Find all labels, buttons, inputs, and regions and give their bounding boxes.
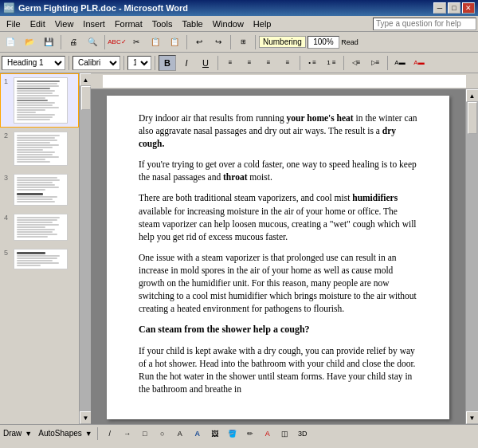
separator-draw [97,427,98,440]
autoshapes-label: AutoShapes [38,429,82,438]
print-preview-button[interactable]: 🔍 [84,34,101,50]
menu-view[interactable]: View [50,18,79,30]
maximize-button[interactable]: □ [448,2,460,14]
highlight-button[interactable]: A▬ [391,55,409,71]
thumbnail-3[interactable]: 3 [0,170,79,210]
font-color-button[interactable]: A▬ [410,55,428,71]
bullets-button[interactable]: • ≡ [304,55,321,71]
doc-scroll-up-button[interactable]: ▲ [466,89,479,102]
menu-tools[interactable]: Tools [147,18,178,30]
menu-bar: File Edit View Insert Format Tools Table… [0,16,478,32]
fill-color-button[interactable]: 🪣 [225,427,240,440]
zoom-value: 100% [313,37,334,46]
read-label: Read [341,38,358,46]
line-button[interactable]: / [103,427,117,440]
spell-button[interactable]: ABC✓ [108,34,126,50]
line-color-button[interactable]: ✏ [243,427,257,440]
font-select[interactable]: Calibri [72,56,120,70]
align-center-button[interactable]: ≡ [241,55,258,71]
doc-scrollbar[interactable]: ▲ ▼ [465,89,478,424]
3d-button[interactable]: 3D [296,427,310,440]
read-button[interactable]: Read [341,34,358,50]
clipart-button[interactable]: 🖼 [208,427,222,440]
new-button[interactable]: 📄 [2,34,19,50]
justify-button[interactable]: ≡ [279,55,296,71]
paste-button[interactable]: 📋 [166,34,183,50]
print-button[interactable]: 🖨 [65,34,82,50]
thumbnail-1[interactable]: 1 [0,73,79,128]
paragraph-3: There are both traditional steam vaporiz… [139,191,417,242]
separator-1 [61,35,61,49]
bold-button[interactable]: B [159,55,176,71]
menu-file[interactable]: File [2,18,25,30]
thumb-img-2 [14,132,68,166]
draw-dropdown[interactable]: ▼ [25,430,32,438]
arrow-button[interactable]: → [120,427,135,440]
separator-f5 [300,56,300,70]
paragraph-4: One issue with a steam vaporizer is that… [139,251,417,315]
separator-f3 [155,56,155,70]
thumbnail-5[interactable]: 5 [0,245,79,273]
paragraph-6: If your child is kept awake with a dry c… [139,344,417,395]
thumb-num-1: 1 [4,77,10,85]
help-search-input[interactable] [373,18,476,30]
textbox-button[interactable]: A [173,427,187,440]
document-scroll-area: Dry indoor air that results from running… [91,89,478,424]
save-button[interactable]: 💾 [40,34,57,50]
app-icon: 🔤 [3,2,15,14]
numbering-indicator: Numbering [259,36,306,48]
title-bar: 🔤 Germ Fighting PLR.doc - Microsoft Word… [0,0,478,16]
menu-insert[interactable]: Insert [78,18,110,30]
ruler-white [103,75,466,88]
style-select[interactable]: Heading 1 [2,56,65,70]
font-size-select[interactable]: 16 [127,56,151,70]
menu-help[interactable]: Help [249,18,276,30]
separator-f4 [217,56,218,70]
thumb-num-4: 4 [4,214,10,222]
document-page: Dry indoor air that results from running… [107,96,449,419]
thumb-num-2: 2 [4,132,10,140]
separator-f7 [387,56,388,70]
redo-button[interactable]: ↪ [210,34,227,50]
thumb-img-4 [14,214,68,241]
thumbnail-scrollbar[interactable]: ▲ ▼ [80,73,91,424]
separator-4 [230,35,231,49]
standard-toolbar: 📄 📂 💾 🖨 🔍 ABC✓ ✂ 📋 📋 ↩ ↪ ⊞ Numbering 100… [0,32,478,53]
menu-window[interactable]: Window [208,18,249,30]
italic-button[interactable]: I [178,55,195,71]
minimize-button[interactable]: ─ [433,2,446,14]
align-right-button[interactable]: ≡ [260,55,277,71]
paragraph-1: Dry indoor air that results from running… [139,112,417,150]
close-button[interactable]: ✕ [462,2,475,14]
copy-button[interactable]: 📋 [147,34,164,50]
numbering-button[interactable]: 1 ≡ [323,55,340,71]
cut-button[interactable]: ✂ [127,34,145,50]
align-left-button[interactable]: ≡ [221,55,239,71]
oval-button[interactable]: ○ [155,427,170,440]
undo-button[interactable]: ↩ [190,34,208,50]
menu-table[interactable]: Table [177,18,207,30]
menu-format[interactable]: Format [110,18,147,30]
underline-button[interactable]: U [197,55,214,71]
table-button[interactable]: ⊞ [234,34,252,50]
thumbnail-2[interactable]: 2 [0,128,79,170]
menu-edit[interactable]: Edit [25,18,50,30]
wordart-button[interactable]: A [190,427,205,440]
thumbnail-4[interactable]: 4 [0,210,79,245]
zoom-box[interactable]: 100% [308,36,339,49]
thumb-img-5 [14,249,68,269]
shadow-button[interactable]: ◫ [278,427,292,440]
font-color-draw-button[interactable]: A [261,427,275,440]
separator-2 [104,35,105,49]
indent-button[interactable]: ▷≡ [366,55,384,71]
open-button[interactable]: 📂 [21,34,38,50]
autoshapes-dropdown[interactable]: ▼ [85,430,92,438]
formatting-toolbar: Heading 1 Calibri 16 B I U ≡ ≡ ≡ ≡ • ≡ 1… [0,53,478,73]
doc-scroll-down-button[interactable]: ▼ [466,411,479,424]
outdent-button[interactable]: ◁≡ [347,55,365,71]
thumbnail-panel: 1 2 [0,73,80,424]
rectangle-button[interactable]: □ [138,427,152,440]
main-area: 1 2 [0,73,478,424]
numbering-label: Numbering [263,37,302,46]
thumb-num-5: 5 [4,249,10,257]
